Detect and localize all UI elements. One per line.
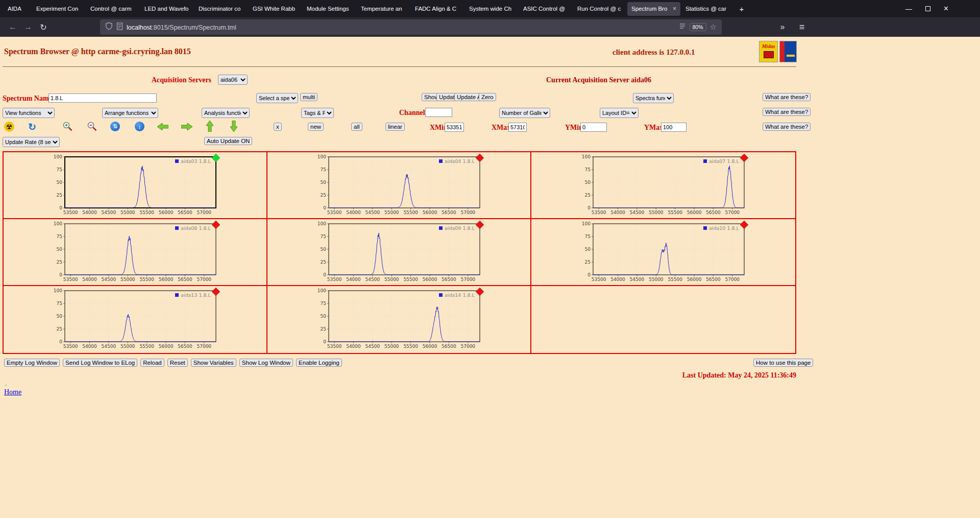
how-to-use-button[interactable]: How to use this page [753,359,813,367]
what-are-these-button-1[interactable]: What are these? [763,93,811,101]
arrange-functions-select[interactable]: Arrange functions [102,108,158,118]
send-log-window-to-elog-button[interactable]: Send Log Window to ELog [63,359,137,367]
forward-icon[interactable]: → [20,19,36,35]
spectrum-cell-aida14[interactable]: aida14 1.8.L 535005400054500550005550056… [267,286,531,353]
maximize-icon[interactable] [925,6,930,11]
browser-tab-statistics-car[interactable]: Statistics @ car [681,2,734,16]
reader-mode-icon[interactable] [679,22,686,32]
spectrum-cell-aida10[interactable]: aida10 1.8.L 535005400054500550005550056… [531,219,795,286]
browser-tab-temperature-an[interactable]: Temperature an [357,2,410,16]
spectrum-plot[interactable]: aida14 1.8.L 535005400054500550005550056… [312,288,486,352]
new-tab-button[interactable]: + [735,2,748,15]
tags-fits-select[interactable]: Tags & Fits [301,108,334,118]
overflow-menu-icon[interactable]: » [775,19,790,35]
spectrum-plot[interactable]: aida03 1.8.L 535005400054500550005550056… [48,154,222,218]
browser-tab-spectrum-bro[interactable]: Spectrum Bro× [627,2,680,16]
page-info-icon[interactable] [116,22,123,32]
empty-log-window-button[interactable]: Empty Log Window [4,359,60,367]
spectrum-cell-aida13[interactable]: aida13 1.8.L 535005400054500550005550056… [4,286,267,353]
spectrum-cell-aida04[interactable]: aida04 1.8.L 535005400054500550005550056… [267,152,531,219]
spectrum-plot[interactable]: aida07 1.8.L 535005400054500550005550056… [577,154,750,218]
url-bar[interactable]: localhost:8015/Spectrum/Spectrum.tml 80%… [100,19,722,35]
select-a-spectrum-select[interactable]: Select a spectrum [256,93,298,103]
minimize-icon[interactable]: — [905,6,912,12]
url-text[interactable]: localhost:8015/Spectrum/Spectrum.tml [127,22,236,32]
multi-button[interactable]: multi [300,93,317,101]
browser-tab-discriminator-co[interactable]: Discriminator co [194,2,248,16]
what-are-these-button-2[interactable]: What are these? [763,108,811,116]
layout-id-select[interactable]: Layout ID=4 [600,108,639,118]
spectrum-cell-aida07[interactable]: aida07 1.8.L 535005400054500550005550056… [531,152,795,219]
radioactive-source-icon[interactable]: ☢ [4,122,14,132]
shield-icon[interactable] [105,22,113,32]
status-diamond[interactable] [740,221,748,229]
spectrum-cell-aida03[interactable]: aida03 1.8.L 535005400054500550005550056… [4,152,267,219]
tab-close-icon[interactable]: × [673,5,676,12]
x-axis-button[interactable]: x [274,123,282,131]
spectrum-plot[interactable]: aida13 1.8.L 535005400054500550005550056… [48,288,222,352]
pan-up-icon[interactable] [206,121,214,132]
ymax-input[interactable] [661,123,687,132]
browser-tab-experiment-con[interactable]: Experiment Con [32,2,85,16]
zero-button[interactable]: Zero [479,93,496,101]
spectrum-plot[interactable]: aida09 1.8.L 535005400054500550005550056… [312,221,486,285]
xmax-input[interactable] [508,123,527,132]
status-diamond[interactable] [476,221,484,229]
what-are-these-button-3[interactable]: What are these? [763,123,811,131]
browser-tab-module-settings[interactable]: Module Settings [303,2,356,16]
y-autoscale-icon[interactable]: ⇅ [110,122,120,131]
show-log-window-button[interactable]: Show Log Window [239,359,293,367]
spectrum-plot[interactable]: aida04 1.8.L 535005400054500550005550056… [312,154,486,218]
zoom-out-icon[interactable] [87,121,97,132]
browser-tab-gsi-white-rabb[interactable]: GSI White Rabb [249,2,302,16]
analysis-functions-select[interactable]: Analysis functions [202,108,250,118]
status-diamond[interactable] [212,154,220,162]
status-diamond[interactable] [212,288,220,296]
spectrum-cell-aida08[interactable]: aida08 1.8.L 535005400054500550005550056… [4,219,267,286]
refresh-icon[interactable]: ↻ [27,121,38,132]
all-button[interactable]: all [351,123,362,131]
bookmark-star-icon[interactable]: ☆ [710,22,717,32]
spectra-functions-select[interactable]: Spectra functions [633,93,674,103]
new-button[interactable]: new [308,123,324,131]
channel-input[interactable] [425,108,452,117]
browser-tab-system-wide-ch[interactable]: System wide Ch [465,2,518,16]
pan-down-icon[interactable] [230,121,238,132]
browser-tab-control-carm[interactable]: Control @ carm [86,2,139,16]
browser-tab-led-and-wavefo[interactable]: LED and Wavefo [140,2,193,16]
browser-tab-run-control-c[interactable]: Run Control @ c [573,2,626,16]
status-diamond[interactable] [740,154,748,162]
home-link[interactable]: Home [4,388,21,396]
linear-button[interactable]: linear [385,123,405,131]
reload-icon[interactable]: ↻ [36,19,51,35]
spectrum-plot[interactable]: aida08 1.8.L 535005400054500550005550056… [48,221,222,285]
enable-logging-button[interactable]: Enable Logging [296,359,342,367]
zoom-in-icon[interactable] [62,121,73,132]
browser-tab-asic-control[interactable]: ASIC Control @ [519,2,572,16]
reset-button[interactable]: Reset [167,359,188,367]
update-rate-select[interactable]: Update Rate (8 secs) [3,137,60,147]
y-fullscale-icon[interactable]: ↕ [135,122,144,131]
auto-update-button[interactable]: Auto Update ON [204,137,252,145]
status-diamond[interactable] [212,221,220,229]
pan-left-icon[interactable] [157,123,168,131]
browser-tab-fadc-align-c[interactable]: FADC Align & C [411,2,464,16]
ymin-input[interactable] [580,123,607,132]
spectrum-plot[interactable]: aida10 1.8.L 535005400054500550005550056… [577,221,750,285]
spectrum-name-input[interactable] [48,93,157,103]
acquisition-server-select[interactable]: aida06 [218,75,248,85]
view-functions-select[interactable]: View functions [3,108,55,118]
number-of-galleries-select[interactable]: Number of Galleries [499,108,550,118]
pan-right-icon[interactable] [181,123,192,131]
reload-button[interactable]: Reload [140,359,164,367]
status-diamond[interactable] [476,288,484,296]
close-window-icon[interactable]: × [944,5,948,13]
back-icon[interactable]: ← [5,19,20,35]
xmin-input[interactable] [445,123,464,132]
browser-tab-aida[interactable]: AIDA [4,2,31,16]
status-diamond[interactable] [476,154,484,162]
hamburger-menu-icon[interactable]: ≡ [794,19,810,35]
show-variables-button[interactable]: Show Variables [191,359,236,367]
spectrum-cell-aida09[interactable]: aida09 1.8.L 535005400054500550005550056… [267,219,531,286]
zoom-level-badge[interactable]: 80% [690,23,706,31]
